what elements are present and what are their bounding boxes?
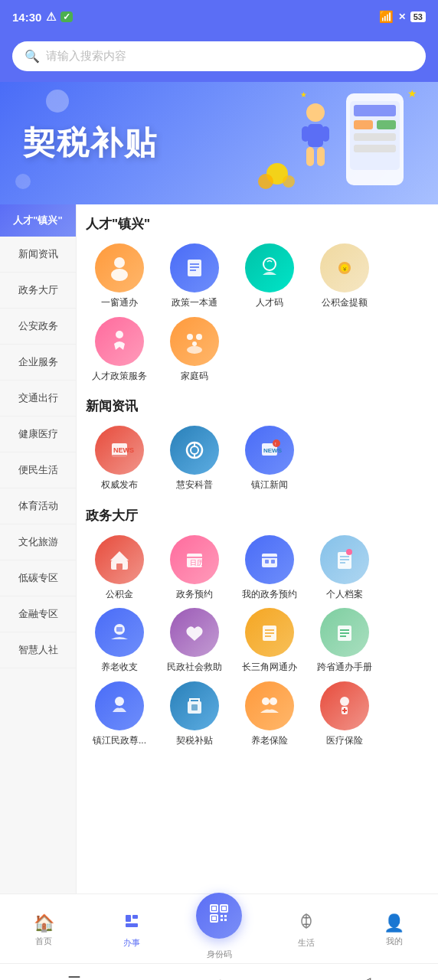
nav-item-qr[interactable]: 身份码	[175, 900, 263, 960]
search-input-wrap[interactable]: 🔍 请输入搜索内容	[12, 41, 426, 71]
sidebar-item-government[interactable]: 政务大厅	[0, 273, 76, 309]
huian-icon	[170, 426, 219, 475]
sidebar-item-health[interactable]: 健康医疗	[0, 416, 76, 452]
gjte-label: 公积金提额	[322, 297, 368, 309]
sys-home-btn[interactable]: ○	[215, 974, 224, 981]
sidebar-item-lowcarbon[interactable]: 低碳专区	[0, 560, 76, 596]
cross-province-icon	[320, 608, 369, 657]
gov-item-gjj[interactable]: 公积金	[86, 535, 153, 601]
gov-item-zjmz[interactable]: 镇江民政尊...	[86, 681, 153, 747]
yichuangtongban-label: 一窗通办	[101, 297, 138, 309]
gov-item-civil-aid[interactable]: 民政社会救助	[161, 608, 228, 674]
handle-nav-label: 办事	[123, 937, 140, 949]
svg-text:NEWS: NEWS	[263, 447, 283, 454]
gov-item-qishuibuti[interactable]: 契税补贴	[161, 681, 228, 747]
svg-text:¥: ¥	[342, 266, 347, 273]
talent-item-gjte[interactable]: ¥ 公积金提额	[311, 243, 378, 309]
rencaima-icon	[245, 243, 294, 292]
battery-display: 53	[410, 11, 426, 22]
sidebar-item-life[interactable]: 便民生活	[0, 452, 76, 488]
qishuibuti-icon	[170, 681, 219, 730]
news-item-zhenjiang[interactable]: NEWS! 镇江新闻	[236, 426, 303, 492]
content-area: 人才"镇兴" 一窗通办 政策一本通 人才码	[77, 204, 438, 893]
svg-rect-6	[354, 145, 396, 152]
sidebar-header: 人才"镇兴"	[0, 204, 76, 237]
svg-point-30	[196, 334, 202, 340]
talent-item-zhengce[interactable]: 政策一本通	[161, 243, 228, 309]
gjte-icon: ¥	[320, 243, 369, 292]
svg-text:日历: 日历	[190, 559, 204, 567]
svg-rect-78	[126, 915, 131, 922]
qr-button[interactable]	[196, 893, 242, 939]
pension-income-icon	[95, 608, 144, 657]
svg-point-42	[273, 439, 280, 447]
svg-rect-80	[126, 923, 138, 927]
news-item-huian[interactable]: 慧安科普	[161, 426, 228, 492]
svg-rect-82	[212, 906, 216, 910]
svg-point-19	[111, 269, 128, 281]
svg-rect-11	[306, 147, 314, 166]
alert-icon: ⚠	[46, 10, 56, 24]
sidebar-item-sports[interactable]: 体育活动	[0, 488, 76, 524]
sidebar-item-traffic[interactable]: 交通出行	[0, 381, 76, 416]
status-bar: 14:30 ⚠ ✓ 📶 ✕ 53	[0, 0, 438, 34]
sidebar-item-finance[interactable]: 金融专区	[0, 596, 76, 632]
sidebar-item-police[interactable]: 公安政务	[0, 309, 76, 345]
sidebar-item-news[interactable]: 新闻资讯	[0, 237, 76, 273]
search-bar: 🔍 请输入搜索内容	[0, 34, 438, 82]
svg-point-72	[262, 697, 270, 705]
gov-item-personal-file[interactable]: 个人档案	[311, 535, 378, 601]
svg-point-28	[116, 331, 123, 338]
status-left: 14:30 ⚠ ✓	[12, 10, 73, 24]
gov-item-my-appointment[interactable]: 我的政务预约	[236, 535, 303, 601]
gov-item-pension-insurance[interactable]: 养老保险	[236, 681, 303, 747]
personal-file-label: 个人档案	[326, 589, 363, 601]
banner[interactable]: 契税补贴 ★ ★	[0, 82, 438, 204]
medical-insurance-label: 医疗保险	[326, 735, 363, 747]
sys-nav: ☰ ○ ◁	[0, 963, 438, 980]
gov-item-appointment[interactable]: 日历 政务预约	[161, 535, 228, 601]
life-nav-label: 生活	[298, 937, 315, 949]
svg-point-32	[187, 346, 202, 354]
gov-item-medical-insurance[interactable]: 医疗保险	[311, 681, 378, 747]
qr-icon	[208, 903, 230, 929]
svg-text:NEWS: NEWS	[113, 446, 134, 454]
medical-insurance-icon	[320, 681, 369, 730]
svg-rect-35	[112, 455, 127, 457]
svg-point-69	[115, 697, 124, 706]
talent-item-rencaima[interactable]: 人才码	[236, 243, 303, 309]
signal-icon: ✕	[398, 11, 406, 22]
nav-item-handle[interactable]: 办事	[87, 912, 175, 949]
time-display: 14:30	[12, 11, 41, 24]
talent-item-family-code[interactable]: 家庭码	[161, 317, 228, 383]
talent-item-yichuangtongban[interactable]: 一窗通办	[86, 243, 153, 309]
talent-item-policy-service[interactable]: 人才政策服务	[86, 317, 153, 383]
status-right: 📶 ✕ 53	[379, 10, 426, 24]
qishuibuti-label: 契税补贴	[176, 735, 213, 747]
section-title-talent: 人才"镇兴"	[86, 215, 429, 233]
gov-item-pension-income[interactable]: 养老收支	[86, 608, 153, 674]
wifi-icon: 📶	[379, 10, 394, 24]
yichuangtongban-icon	[95, 243, 144, 292]
sys-menu-btn[interactable]: ☰	[67, 973, 81, 980]
sidebar-item-enterprise[interactable]: 企业服务	[0, 345, 76, 381]
svg-rect-87	[221, 915, 223, 917]
quanwei-icon: NEWS	[95, 426, 144, 475]
svg-point-37	[191, 446, 198, 454]
nav-item-mine[interactable]: 👤 我的	[351, 913, 438, 947]
svg-rect-10	[322, 126, 329, 142]
news-item-quanwei[interactable]: NEWS 权威发布	[86, 426, 153, 492]
sys-back-btn[interactable]: ◁	[359, 973, 371, 980]
gov-item-cross-province[interactable]: 跨省通办手册	[311, 608, 378, 674]
family-code-label: 家庭码	[181, 371, 208, 383]
nav-item-life[interactable]: 生活	[263, 912, 350, 949]
nav-item-home[interactable]: 🏠 首页	[0, 913, 87, 947]
sidebar-item-smart-social[interactable]: 智慧人社	[0, 632, 76, 668]
svg-point-73	[270, 697, 277, 705]
section-title-gov: 政务大厅	[86, 507, 429, 524]
sidebar-item-culture[interactable]: 文化旅游	[0, 524, 76, 560]
banner-circle1	[46, 90, 69, 113]
rencaima-label: 人才码	[256, 297, 283, 309]
svg-point-31	[192, 341, 197, 346]
gov-item-yangtze-delta[interactable]: 长三角网通办	[236, 608, 303, 674]
